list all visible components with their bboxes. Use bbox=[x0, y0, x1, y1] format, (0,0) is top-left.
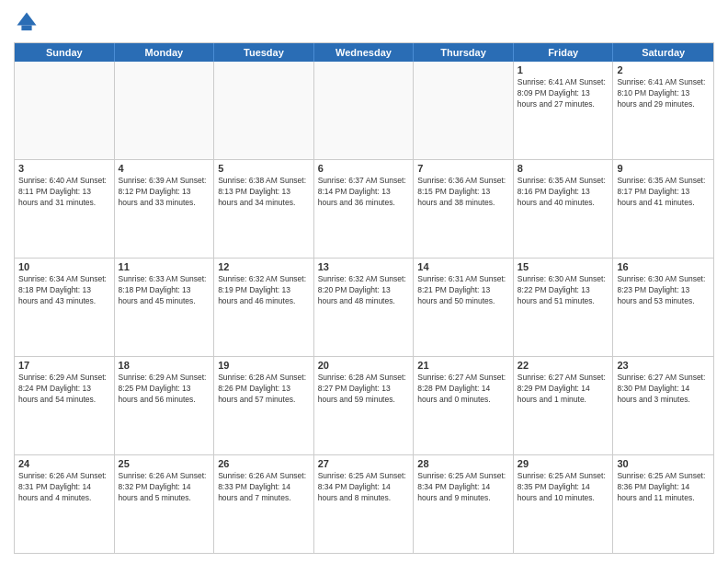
day-number: 11 bbox=[119, 261, 210, 272]
day-number: 23 bbox=[617, 360, 710, 371]
calendar-cell: 23Sunrise: 6:27 AM Sunset: 8:30 PM Dayli… bbox=[613, 357, 713, 454]
calendar-cell: 1Sunrise: 6:41 AM Sunset: 8:09 PM Daylig… bbox=[514, 62, 614, 159]
calendar-header-cell: Sunday bbox=[15, 43, 115, 62]
calendar-cell: 12Sunrise: 6:32 AM Sunset: 8:19 PM Dayli… bbox=[214, 259, 314, 356]
calendar-cell: 20Sunrise: 6:28 AM Sunset: 8:27 PM Dayli… bbox=[314, 357, 415, 454]
day-number: 17 bbox=[18, 360, 110, 371]
day-number: 2 bbox=[617, 64, 710, 75]
day-info: Sunrise: 6:35 AM Sunset: 8:16 PM Dayligh… bbox=[518, 176, 609, 209]
day-number: 9 bbox=[617, 163, 710, 174]
day-info: Sunrise: 6:41 AM Sunset: 8:09 PM Dayligh… bbox=[518, 77, 609, 110]
day-number: 22 bbox=[518, 360, 609, 371]
day-info: Sunrise: 6:29 AM Sunset: 8:25 PM Dayligh… bbox=[119, 373, 210, 406]
calendar-cell: 2Sunrise: 6:41 AM Sunset: 8:10 PM Daylig… bbox=[613, 62, 713, 159]
day-number: 8 bbox=[518, 163, 609, 174]
day-info: Sunrise: 6:30 AM Sunset: 8:22 PM Dayligh… bbox=[518, 274, 609, 307]
calendar-cell: 7Sunrise: 6:36 AM Sunset: 8:15 PM Daylig… bbox=[414, 160, 514, 258]
calendar-header-cell: Saturday bbox=[613, 43, 713, 62]
day-info: Sunrise: 6:39 AM Sunset: 8:12 PM Dayligh… bbox=[119, 176, 210, 209]
day-info: Sunrise: 6:28 AM Sunset: 8:26 PM Dayligh… bbox=[218, 373, 310, 406]
calendar-cell: 16Sunrise: 6:30 AM Sunset: 8:23 PM Dayli… bbox=[613, 259, 713, 356]
day-info: Sunrise: 6:26 AM Sunset: 8:33 PM Dayligh… bbox=[218, 471, 310, 504]
calendar-cell: 28Sunrise: 6:25 AM Sunset: 8:34 PM Dayli… bbox=[414, 455, 514, 553]
day-number: 12 bbox=[218, 261, 310, 272]
calendar-cell: 18Sunrise: 6:29 AM Sunset: 8:25 PM Dayli… bbox=[115, 357, 215, 454]
calendar-header-cell: Monday bbox=[115, 43, 215, 62]
calendar-cell bbox=[115, 62, 215, 159]
calendar-cell: 30Sunrise: 6:25 AM Sunset: 8:36 PM Dayli… bbox=[613, 455, 713, 553]
calendar-cell bbox=[15, 62, 115, 159]
calendar-cell: 22Sunrise: 6:27 AM Sunset: 8:29 PM Dayli… bbox=[514, 357, 614, 454]
calendar-row: 10Sunrise: 6:34 AM Sunset: 8:18 PM Dayli… bbox=[15, 258, 713, 356]
day-number: 27 bbox=[318, 458, 410, 469]
calendar-cell: 4Sunrise: 6:39 AM Sunset: 8:12 PM Daylig… bbox=[115, 160, 215, 258]
calendar-row: 1Sunrise: 6:41 AM Sunset: 8:09 PM Daylig… bbox=[15, 62, 713, 159]
day-number: 25 bbox=[119, 458, 210, 469]
day-info: Sunrise: 6:38 AM Sunset: 8:13 PM Dayligh… bbox=[218, 176, 310, 209]
calendar-cell: 15Sunrise: 6:30 AM Sunset: 8:22 PM Dayli… bbox=[514, 259, 614, 356]
day-info: Sunrise: 6:25 AM Sunset: 8:34 PM Dayligh… bbox=[318, 471, 410, 504]
day-number: 3 bbox=[18, 163, 110, 174]
day-info: Sunrise: 6:32 AM Sunset: 8:19 PM Dayligh… bbox=[218, 274, 310, 307]
day-number: 16 bbox=[617, 261, 710, 272]
calendar-cell bbox=[314, 62, 415, 159]
day-info: Sunrise: 6:25 AM Sunset: 8:36 PM Dayligh… bbox=[617, 471, 710, 504]
logo bbox=[14, 9, 43, 35]
day-number: 6 bbox=[318, 163, 410, 174]
svg-rect-1 bbox=[21, 26, 31, 31]
calendar-cell: 8Sunrise: 6:35 AM Sunset: 8:16 PM Daylig… bbox=[514, 160, 614, 258]
calendar-cell: 10Sunrise: 6:34 AM Sunset: 8:18 PM Dayli… bbox=[15, 259, 115, 356]
day-info: Sunrise: 6:25 AM Sunset: 8:35 PM Dayligh… bbox=[518, 471, 609, 504]
day-number: 7 bbox=[417, 163, 509, 174]
calendar-header: SundayMondayTuesdayWednesdayThursdayFrid… bbox=[15, 43, 713, 62]
calendar: SundayMondayTuesdayWednesdayThursdayFrid… bbox=[14, 42, 714, 554]
day-info: Sunrise: 6:35 AM Sunset: 8:17 PM Dayligh… bbox=[617, 176, 710, 209]
day-number: 14 bbox=[417, 261, 509, 272]
day-number: 20 bbox=[318, 360, 410, 371]
day-number: 4 bbox=[119, 163, 210, 174]
calendar-row: 3Sunrise: 6:40 AM Sunset: 8:11 PM Daylig… bbox=[15, 159, 713, 258]
day-number: 15 bbox=[518, 261, 609, 272]
day-info: Sunrise: 6:27 AM Sunset: 8:29 PM Dayligh… bbox=[518, 373, 609, 406]
day-number: 28 bbox=[417, 458, 509, 469]
day-info: Sunrise: 6:28 AM Sunset: 8:27 PM Dayligh… bbox=[318, 373, 410, 406]
day-info: Sunrise: 6:25 AM Sunset: 8:34 PM Dayligh… bbox=[417, 471, 509, 504]
day-info: Sunrise: 6:31 AM Sunset: 8:21 PM Dayligh… bbox=[417, 274, 509, 307]
day-number: 30 bbox=[617, 458, 710, 469]
calendar-row: 17Sunrise: 6:29 AM Sunset: 8:24 PM Dayli… bbox=[15, 356, 713, 454]
header bbox=[14, 9, 714, 35]
day-info: Sunrise: 6:41 AM Sunset: 8:10 PM Dayligh… bbox=[617, 77, 710, 110]
calendar-cell: 3Sunrise: 6:40 AM Sunset: 8:11 PM Daylig… bbox=[15, 160, 115, 258]
calendar-row: 24Sunrise: 6:26 AM Sunset: 8:31 PM Dayli… bbox=[15, 454, 713, 553]
day-info: Sunrise: 6:36 AM Sunset: 8:15 PM Dayligh… bbox=[417, 176, 509, 209]
day-info: Sunrise: 6:34 AM Sunset: 8:18 PM Dayligh… bbox=[18, 274, 110, 307]
calendar-cell: 21Sunrise: 6:27 AM Sunset: 8:28 PM Dayli… bbox=[414, 357, 514, 454]
calendar-cell: 6Sunrise: 6:37 AM Sunset: 8:14 PM Daylig… bbox=[314, 160, 415, 258]
day-number: 26 bbox=[218, 458, 310, 469]
day-info: Sunrise: 6:40 AM Sunset: 8:11 PM Dayligh… bbox=[18, 176, 110, 209]
calendar-cell: 9Sunrise: 6:35 AM Sunset: 8:17 PM Daylig… bbox=[613, 160, 713, 258]
day-info: Sunrise: 6:33 AM Sunset: 8:18 PM Dayligh… bbox=[119, 274, 210, 307]
calendar-header-cell: Wednesday bbox=[314, 43, 415, 62]
page: SundayMondayTuesdayWednesdayThursdayFrid… bbox=[0, 0, 728, 563]
day-number: 21 bbox=[417, 360, 509, 371]
day-number: 18 bbox=[119, 360, 210, 371]
calendar-header-cell: Thursday bbox=[414, 43, 514, 62]
calendar-header-cell: Tuesday bbox=[214, 43, 314, 62]
day-number: 13 bbox=[318, 261, 410, 272]
calendar-cell: 13Sunrise: 6:32 AM Sunset: 8:20 PM Dayli… bbox=[314, 259, 415, 356]
calendar-body: 1Sunrise: 6:41 AM Sunset: 8:09 PM Daylig… bbox=[15, 62, 713, 553]
day-info: Sunrise: 6:27 AM Sunset: 8:30 PM Dayligh… bbox=[617, 373, 710, 406]
day-info: Sunrise: 6:29 AM Sunset: 8:24 PM Dayligh… bbox=[18, 373, 110, 406]
calendar-cell: 17Sunrise: 6:29 AM Sunset: 8:24 PM Dayli… bbox=[15, 357, 115, 454]
calendar-cell: 14Sunrise: 6:31 AM Sunset: 8:21 PM Dayli… bbox=[414, 259, 514, 356]
day-number: 29 bbox=[518, 458, 609, 469]
day-info: Sunrise: 6:26 AM Sunset: 8:31 PM Dayligh… bbox=[18, 471, 110, 504]
day-number: 10 bbox=[18, 261, 110, 272]
day-number: 19 bbox=[218, 360, 310, 371]
day-info: Sunrise: 6:30 AM Sunset: 8:23 PM Dayligh… bbox=[617, 274, 710, 307]
calendar-cell: 27Sunrise: 6:25 AM Sunset: 8:34 PM Dayli… bbox=[314, 455, 415, 553]
calendar-cell: 25Sunrise: 6:26 AM Sunset: 8:32 PM Dayli… bbox=[115, 455, 215, 553]
calendar-cell: 26Sunrise: 6:26 AM Sunset: 8:33 PM Dayli… bbox=[214, 455, 314, 553]
day-info: Sunrise: 6:27 AM Sunset: 8:28 PM Dayligh… bbox=[417, 373, 509, 406]
